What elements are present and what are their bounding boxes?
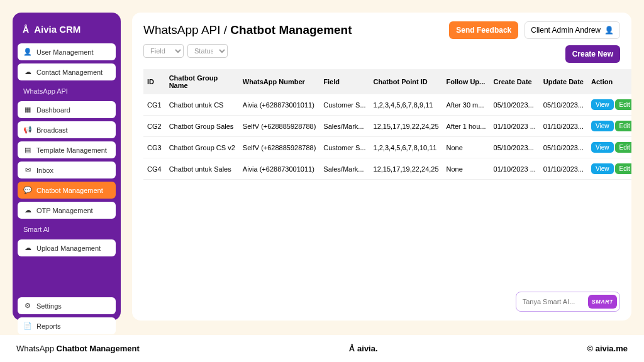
sidebar-item-upload-management[interactable]: ☁Upload Management: [18, 239, 116, 256]
cell-name: Chatbot Group CS v2: [165, 137, 239, 158]
chat-icon: 💬: [23, 186, 32, 194]
table-row: CG4Chatbot untuk SalesAivia (+6288730010…: [143, 158, 631, 180]
sidebar-item-settings[interactable]: ⚙Settings: [18, 297, 116, 314]
edit-button[interactable]: Edit: [615, 163, 631, 174]
col-wa: WhatsApp Number: [239, 69, 320, 94]
nav-label: Chatbot Management: [36, 187, 103, 194]
breadcrumb-current: Chatbot Management: [230, 23, 352, 36]
smart-ai-box: SMART: [516, 292, 620, 312]
cell-field: Sales/Mark...: [319, 158, 369, 180]
table-row: CG3Chatbot Group CS v2SelfV (+6288859287…: [143, 137, 631, 158]
cell-name: Chatbot untuk Sales: [165, 158, 239, 180]
gear-icon: ⚙: [23, 302, 32, 310]
edit-button[interactable]: Edit: [615, 99, 631, 110]
table-header-row: ID Chatbot Group Name WhatsApp Number Fi…: [143, 69, 631, 94]
nav-label: Broadcast: [36, 126, 68, 134]
sidebar-item-broadcast[interactable]: 📢Broadcast: [18, 121, 116, 138]
sidebar-item-dashboard[interactable]: ▦Dashboard: [18, 101, 116, 118]
report-icon: 📄: [23, 322, 32, 330]
create-new-button[interactable]: Create New: [565, 45, 620, 63]
filter-field[interactable]: Field: [143, 44, 184, 58]
sidebar-header-smartai: Smart AI: [18, 222, 116, 237]
col-name: Chatbot Group Name: [165, 69, 239, 94]
sidebar: Å Aivia CRM 👤User Management ☁Contact Ma…: [13, 13, 121, 321]
col-point: Chatbot Point ID: [370, 69, 443, 94]
user-name: Client Admin Andrew: [531, 26, 601, 35]
cell-action: ViewEditDeleteDisable: [587, 116, 631, 137]
cell-point: 1,2,3,4,5,6,7,8,10,11: [370, 137, 443, 158]
cell-wa: Aivia (+628873001011): [239, 94, 320, 116]
sidebar-item-otp-management[interactable]: ☁OTP Management: [18, 202, 116, 219]
col-id: ID: [143, 69, 165, 94]
table-row: CG2Chatbot Group SalesSelfV (+6288859287…: [143, 116, 631, 137]
sidebar-item-chatbot-management[interactable]: 💬Chatbot Management: [18, 182, 116, 199]
nav-label: User Management: [36, 48, 94, 56]
smart-ai-input[interactable]: [523, 298, 586, 305]
cell-action: ViewEditDeletePublish: [587, 158, 631, 180]
inbox-icon: ✉: [23, 166, 32, 174]
sidebar-item-contact-management[interactable]: ☁Contact Management: [18, 63, 116, 80]
cell-create: 05/10/2023...: [490, 137, 540, 158]
brand: Å Aivia CRM: [18, 19, 116, 43]
smart-ai-button[interactable]: SMART: [588, 295, 617, 309]
send-feedback-button[interactable]: Send Feedback: [449, 21, 518, 39]
cell-create: 05/10/2023...: [490, 94, 540, 116]
cell-name: Chatbot untuk CS: [165, 94, 239, 116]
footer-left: WhatsApp Chatbot Management: [16, 344, 140, 353]
header-right: Send Feedback Client Admin Andrew👤: [449, 21, 620, 39]
footer-center: Åaivia.: [349, 344, 378, 353]
cloud-icon: ☁: [23, 206, 32, 214]
cell-field: Customer S...: [319, 94, 369, 116]
col-action: Action: [587, 69, 631, 94]
cell-update: 01/10/2023...: [540, 158, 587, 180]
cell-id: CG2: [143, 116, 165, 137]
cell-name: Chatbot Group Sales: [165, 116, 239, 137]
col-field: Field: [319, 69, 369, 94]
nav-label: Inbox: [36, 167, 53, 174]
cell-follow: After 1 hou...: [443, 116, 490, 137]
nav-label: Reports: [36, 322, 61, 330]
dashboard-icon: ▦: [23, 106, 32, 114]
sidebar-item-inbox[interactable]: ✉Inbox: [18, 162, 116, 178]
view-button[interactable]: View: [591, 163, 614, 174]
cell-action: ViewEditDeleteDisable: [587, 94, 631, 116]
filter-status[interactable]: Status: [187, 44, 228, 58]
nav-label: Settings: [36, 302, 62, 310]
view-button[interactable]: View: [591, 142, 614, 153]
chatbot-table: ID Chatbot Group Name WhatsApp Number Fi…: [143, 69, 631, 180]
view-button[interactable]: View: [591, 121, 614, 131]
cell-wa: SelfV (+628885928788): [239, 137, 320, 158]
cell-field: Sales/Mark...: [319, 116, 369, 137]
sidebar-item-user-management[interactable]: 👤User Management: [18, 43, 116, 60]
edit-button[interactable]: Edit: [615, 121, 631, 131]
view-button[interactable]: View: [591, 99, 614, 110]
cell-action: ViewEditDeletePublish: [587, 137, 631, 158]
user-menu[interactable]: Client Admin Andrew👤: [525, 21, 620, 39]
cell-update: 01/10/2023...: [540, 116, 587, 137]
cell-create: 01/10/2023 ...: [490, 116, 540, 137]
cell-point: 12,15,17,19,22,24,25: [370, 116, 443, 137]
cell-follow: After 30 m...: [443, 94, 490, 116]
logo-icon: Å: [23, 25, 29, 35]
nav-label: Template Management: [36, 146, 107, 154]
cell-id: CG3: [143, 137, 165, 158]
footer-right: © aivia.me: [587, 344, 628, 353]
user-icon: 👤: [23, 48, 32, 56]
user-icon: 👤: [604, 26, 614, 35]
edit-button[interactable]: Edit: [615, 142, 631, 153]
template-icon: ▤: [23, 146, 32, 154]
sidebar-item-template-management[interactable]: ▤Template Management: [18, 141, 116, 158]
col-create: Create Date: [490, 69, 540, 94]
cloud-icon: ☁: [23, 68, 32, 76]
cell-field: Customer S...: [319, 137, 369, 158]
upload-icon: ☁: [23, 244, 32, 252]
sidebar-header-whatsapp: WhatsApp API: [18, 84, 116, 99]
main-header: WhatsApp API / Chatbot Management Send F…: [143, 21, 620, 39]
nav-label: Smart AI: [23, 226, 50, 233]
cell-wa: Aivia (+628873001011): [239, 158, 320, 180]
sidebar-item-reports[interactable]: 📄Reports: [18, 317, 116, 334]
table-row: CG1Chatbot untuk CSAivia (+628873001011)…: [143, 94, 631, 116]
megaphone-icon: 📢: [23, 126, 32, 134]
nav-label: WhatsApp API: [23, 87, 68, 95]
nav-label: OTP Management: [36, 207, 93, 214]
